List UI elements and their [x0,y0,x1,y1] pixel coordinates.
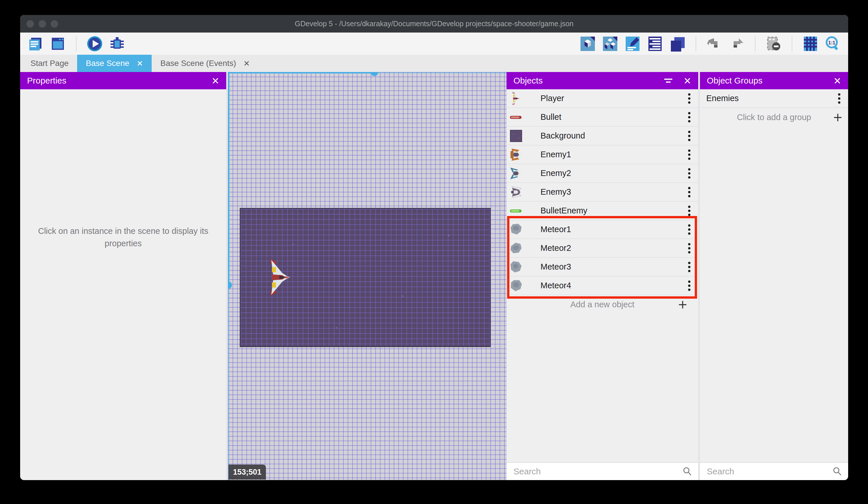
kebab-menu-icon[interactable] [838,93,841,104]
object-row[interactable]: Enemy3 [507,183,698,202]
star-speck [402,295,403,297]
search-icon [832,466,843,477]
play-icon[interactable] [86,36,103,52]
star-speck [448,235,450,236]
layers-stack-icon[interactable] [669,36,686,52]
tab-close-icon[interactable] [244,60,250,67]
kebab-menu-icon[interactable] [688,261,691,273]
objects-search-input[interactable] [514,466,682,476]
close-icon[interactable] [683,77,691,85]
objects-search-bar [507,462,698,480]
object-thumbnail-icon [509,223,523,236]
group-row[interactable]: Enemies [700,89,848,108]
object-name: Bullet [540,112,561,122]
project-manager-icon[interactable] [27,36,44,52]
object-thumbnail-icon [509,260,523,274]
tab-bar: Start Page Base Scene Base Scene (Events… [20,55,848,72]
selection-edge-left [228,72,229,285]
redo-icon[interactable] [728,36,745,52]
object-name: Meteor1 [540,225,571,234]
kebab-menu-icon[interactable] [688,187,691,198]
instances-cubes-icon[interactable] [602,36,619,52]
toolbar-separator [792,36,792,51]
objects-panel-header: Objects [507,72,698,89]
editor-tab[interactable]: Base Scene [77,55,152,72]
close-icon[interactable] [834,77,841,85]
toolbar-separator [76,36,76,51]
object-row[interactable]: Player [507,89,698,108]
grid-icon[interactable] [802,36,819,52]
scene-canvas[interactable]: 153;501 [228,72,507,480]
kebab-menu-icon[interactable] [688,130,691,142]
object-name: Meteor4 [540,281,571,290]
object-row[interactable]: Bullet [507,108,698,127]
properties-panel: Properties Click on an instance in the s… [20,72,226,480]
kebab-menu-icon[interactable] [688,111,691,123]
object-row[interactable]: Meteor2 [507,239,698,258]
add-object-label: Add a new object [570,300,634,309]
object-name: Meteor3 [540,262,571,272]
cursor-coordinates-badge: 153;501 [228,465,266,480]
object-name: Meteor2 [540,243,571,253]
object-row[interactable]: Meteor4 [507,276,698,295]
object-name: BulletEnemy [540,206,587,215]
debug-icon[interactable] [109,36,125,52]
object-row[interactable]: Meteor3 [507,258,698,276]
zoom-one-to-one-icon[interactable]: 1:1 [825,36,841,52]
kebab-menu-icon[interactable] [688,149,691,160]
filter-icon[interactable] [663,76,673,85]
object-thumbnail-icon [509,167,523,180]
editor-tab[interactable]: Start Page [22,55,77,72]
object-row[interactable]: BulletEnemy [507,202,698,220]
selection-edge-top [228,72,374,73]
tab-label: Start Page [31,59,69,68]
kebab-menu-icon[interactable] [688,280,691,291]
object-row[interactable]: Meteor1 [507,220,698,239]
close-icon[interactable] [211,77,219,85]
object-row[interactable]: Enemy2 [507,164,698,183]
kebab-menu-icon[interactable] [688,168,691,179]
tab-label: Base Scene (Events) [160,59,236,68]
window-title: GDevelop 5 - /Users/dkarakay/Documents/G… [20,20,848,28]
star-speck [335,327,337,329]
plus-icon[interactable] [833,113,843,122]
toolbar: 1:1 [20,32,848,55]
kebab-menu-icon[interactable] [688,93,691,104]
selection-handle-top[interactable] [371,72,378,76]
object-thumbnail-icon [509,279,523,292]
groups-search-input[interactable] [707,466,832,476]
kebab-menu-icon[interactable] [688,205,691,216]
object-name: Enemy2 [540,169,571,178]
undo-icon[interactable] [706,36,723,52]
object-thumbnail-icon [509,129,523,143]
object-row[interactable]: Enemy1 [507,145,698,164]
object-groups-panel: Object Groups Enemies Click to add a gro… [700,72,848,480]
objects-panel-title: Objects [514,76,543,85]
add-group-label: Click to add a group [737,113,811,122]
object-groups-panel-title: Object Groups [707,76,762,85]
editor-tab[interactable]: Base Scene (Events) [152,55,258,72]
layers-list-icon[interactable] [647,36,663,52]
selection-handle-left[interactable] [228,281,232,289]
add-group-row[interactable]: Click to add a group [700,108,848,127]
selection-edge-left-faint [228,285,229,480]
star-speck [292,243,294,245]
toolbar-separator [755,36,755,51]
kebab-menu-icon[interactable] [688,224,691,235]
add-object-row[interactable]: Add a new object [507,295,698,314]
properties-pencil-icon[interactable] [624,36,641,52]
objects-cube-icon[interactable] [579,36,596,52]
mask-remove-icon[interactable] [765,36,782,52]
scene-window-icon[interactable] [50,36,66,52]
plus-icon[interactable] [678,300,687,309]
player-ship-instance[interactable] [269,258,291,297]
selection-edge-top-faint [374,72,507,73]
properties-panel-title: Properties [27,76,66,85]
object-name: Enemy1 [540,150,571,159]
object-groups-panel-header: Object Groups [700,72,848,89]
tab-close-icon[interactable] [137,60,143,67]
object-thumbnail-icon [509,148,523,161]
kebab-menu-icon[interactable] [688,242,691,254]
object-row[interactable]: Background [507,127,698,145]
tab-label: Base Scene [86,59,129,68]
